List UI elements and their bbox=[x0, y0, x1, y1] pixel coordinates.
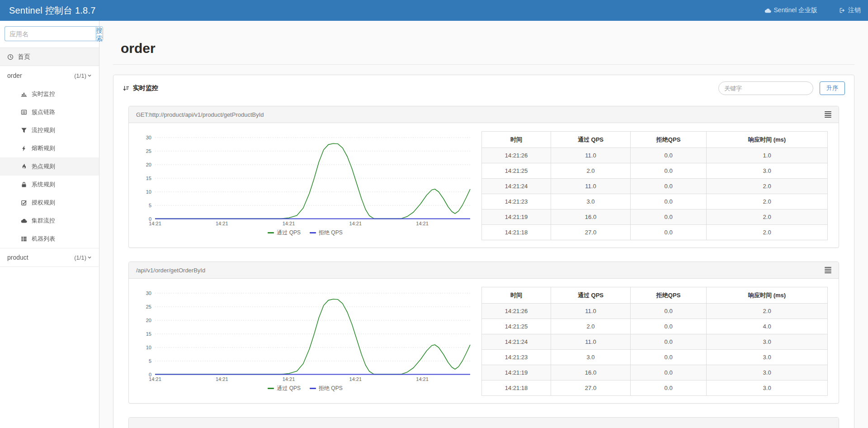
sort-asc-button[interactable]: 升序 bbox=[820, 81, 845, 95]
app-search-input[interactable] bbox=[5, 26, 96, 41]
metrics-table-wrap: 时间通过 QPS拒绝QPS响应时间 (ms)14:21:2611.00.01.0… bbox=[481, 131, 828, 240]
table-cell: 11.0 bbox=[551, 304, 631, 319]
bar-chart-icon bbox=[21, 91, 27, 97]
table-header-row: 时间通过 QPS拒绝QPS响应时间 (ms) bbox=[482, 287, 828, 304]
resource-cards: GET:http://product/api/v1/product/getPro… bbox=[128, 106, 839, 428]
legend-item[interactable]: 拒绝 QPS bbox=[310, 229, 343, 237]
table-cell: 3.0 bbox=[707, 380, 828, 396]
panel-header: 实时监控 升序 bbox=[113, 75, 854, 101]
chart-menu-icon[interactable] bbox=[825, 111, 831, 118]
sidebar-item-label: 热点规则 bbox=[32, 162, 55, 171]
resource-card: GET:http://product/api/v1/product/getPro… bbox=[128, 106, 839, 248]
table-cell: 27.0 bbox=[551, 225, 631, 240]
table-cell: 4.0 bbox=[707, 319, 828, 334]
table-cell: 2.0 bbox=[707, 225, 828, 240]
cloud-icon bbox=[21, 218, 27, 224]
table-cell: 2.0 bbox=[551, 163, 631, 179]
order-submenu: 实时监控簇点链路流控规则熔断规则热点规则系统规则授权规则集群流控机器列表 bbox=[0, 85, 99, 248]
app-search-group: 搜索 bbox=[5, 26, 94, 41]
table-cell: 0.0 bbox=[630, 334, 706, 350]
navbar-right: Sentinel 企业版 注销 bbox=[764, 6, 868, 14]
resource-card: /api/v1/order/getOrderById05101520253014… bbox=[128, 262, 839, 404]
enterprise-label: Sentinel 企业版 bbox=[774, 6, 817, 14]
column-header: 拒绝QPS bbox=[630, 132, 706, 148]
sidebar-item-list[interactable]: 簇点链路 bbox=[0, 103, 99, 121]
table-row: 14:21:2611.00.02.0 bbox=[482, 304, 828, 319]
table-cell: 0.0 bbox=[630, 304, 706, 319]
table-cell: 0.0 bbox=[630, 194, 706, 209]
sidebar-item-label: 系统规则 bbox=[32, 181, 55, 189]
logout-link[interactable]: 注销 bbox=[839, 6, 861, 14]
sidebar-item-fire[interactable]: 热点规则 bbox=[0, 157, 99, 176]
metrics-table: 时间通过 QPS拒绝QPS响应时间 (ms)14:21:2611.00.02.0… bbox=[481, 287, 828, 396]
clock-icon bbox=[7, 54, 14, 60]
table-cell: 14:21:18 bbox=[482, 380, 551, 396]
enterprise-link[interactable]: Sentinel 企业版 bbox=[764, 6, 817, 14]
resource-card-partial bbox=[128, 417, 839, 428]
table-row: 14:21:1916.00.03.0 bbox=[482, 365, 828, 380]
title-divider bbox=[113, 64, 854, 65]
sidebar-item-bar-chart[interactable]: 实时监控 bbox=[0, 85, 99, 103]
chevron-down-icon bbox=[87, 255, 92, 260]
legend-item[interactable]: 通过 QPS bbox=[268, 229, 301, 237]
table-cell: 0.0 bbox=[630, 365, 706, 380]
panel-title-label: 实时监控 bbox=[133, 84, 158, 92]
bolt-icon bbox=[21, 145, 27, 152]
legend-item[interactable]: 通过 QPS bbox=[268, 385, 301, 392]
table-cell: 14:21:25 bbox=[482, 319, 551, 334]
lock-icon bbox=[21, 181, 27, 188]
column-header: 通过 QPS bbox=[551, 132, 631, 148]
sidebar-item-bolt[interactable]: 熔断规则 bbox=[0, 139, 99, 157]
sidebar-item-label: 实时监控 bbox=[32, 90, 55, 98]
table-cell: 3.0 bbox=[551, 350, 631, 365]
legend-dash-icon bbox=[310, 232, 316, 233]
sidebar-item-label: 首页 bbox=[18, 53, 30, 61]
table-row: 14:21:1827.00.02.0 bbox=[482, 225, 828, 240]
legend-label: 拒绝 QPS bbox=[319, 229, 343, 237]
svg-text:14:21: 14:21 bbox=[216, 376, 228, 382]
app-badge: (1/1) bbox=[74, 72, 92, 79]
table-cell: 1.0 bbox=[707, 148, 828, 163]
svg-text:25: 25 bbox=[146, 304, 151, 309]
app-search-button[interactable]: 搜索 bbox=[96, 26, 103, 41]
table-cell: 14:21:25 bbox=[482, 163, 551, 179]
column-header: 响应时间 (ms) bbox=[707, 287, 828, 304]
table-row: 14:21:2611.00.01.0 bbox=[482, 148, 828, 163]
main-content: order 实时监控 升序 GET:http://product/api/v1/… bbox=[99, 21, 868, 428]
sidebar-item-th-list[interactable]: 机器列表 bbox=[0, 230, 99, 248]
table-row: 14:21:2411.00.03.0 bbox=[482, 334, 828, 350]
legend-dash-icon bbox=[268, 232, 274, 233]
sidebar-item-check-square[interactable]: 授权规则 bbox=[0, 194, 99, 212]
resource-card-body: 05101520253014:2114:2114:2114:2114:21通过 … bbox=[129, 279, 839, 403]
svg-text:20: 20 bbox=[146, 162, 151, 167]
sidebar-item-filter[interactable]: 流控规则 bbox=[0, 121, 99, 139]
sidebar-item-lock[interactable]: 系统规则 bbox=[0, 176, 99, 194]
table-cell: 0.0 bbox=[630, 350, 706, 365]
table-cell: 0.0 bbox=[630, 225, 706, 240]
sidebar-app-order[interactable]: order (1/1) bbox=[0, 66, 99, 85]
sidebar-item-home[interactable]: 首页 bbox=[0, 48, 99, 66]
app-title: Sentinel 控制台 1.8.7 bbox=[0, 5, 95, 17]
sidebar-app-product[interactable]: product (1/1) bbox=[0, 248, 99, 267]
legend-label: 拒绝 QPS bbox=[319, 385, 343, 392]
table-cell: 3.0 bbox=[707, 365, 828, 380]
fire-icon bbox=[21, 163, 27, 170]
svg-text:14:21: 14:21 bbox=[283, 221, 295, 226]
svg-text:14:21: 14:21 bbox=[149, 376, 161, 382]
legend-item[interactable]: 拒绝 QPS bbox=[310, 385, 343, 392]
svg-text:20: 20 bbox=[146, 318, 151, 323]
app-name: order bbox=[7, 72, 22, 79]
cloud-icon bbox=[764, 7, 771, 14]
table-cell: 2.0 bbox=[707, 194, 828, 209]
sidebar-item-label: 流控规则 bbox=[32, 126, 55, 134]
metrics-table-wrap: 时间通过 QPS拒绝QPS响应时间 (ms)14:21:2611.00.02.0… bbox=[481, 287, 828, 396]
panel-title: 实时监控 bbox=[123, 84, 158, 92]
sidebar-item-cloud[interactable]: 集群流控 bbox=[0, 212, 99, 230]
keyword-input[interactable] bbox=[718, 81, 813, 95]
table-cell: 14:21:24 bbox=[482, 179, 551, 194]
sidebar-item-label: 簇点链路 bbox=[32, 108, 55, 116]
svg-text:25: 25 bbox=[146, 148, 151, 154]
legend-dash-icon bbox=[310, 388, 316, 389]
chart-menu-icon[interactable] bbox=[825, 267, 831, 273]
panel-tools: 升序 bbox=[718, 81, 845, 95]
